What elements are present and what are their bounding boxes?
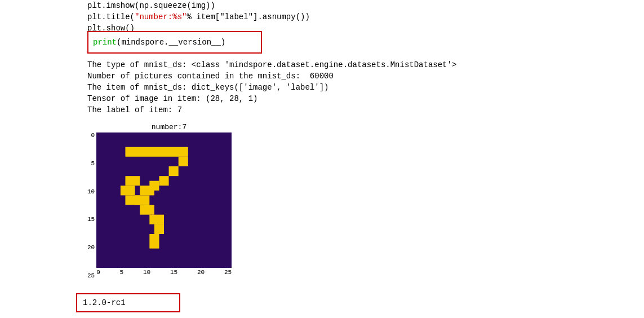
svg-rect-6 (140, 186, 154, 195)
y-tick-25: 25 (87, 273, 95, 279)
x-tick-25: 25 (224, 269, 232, 276)
y-tick-10: 10 (87, 189, 95, 195)
svg-rect-1 (126, 147, 188, 157)
x-tick-10: 10 (143, 269, 150, 276)
print-keyword: print (93, 38, 117, 47)
print-args: (mindspore.__version__) (117, 38, 225, 47)
output-line-1: The type of mnist_ds: <class 'mindspore.… (87, 59, 456, 70)
code-line-1-text: plt.imshow(np.squeeze(img)) (87, 1, 215, 10)
svg-rect-2 (179, 157, 188, 166)
version-text: 1.2.0-rc1 (83, 298, 126, 307)
code-line-1: plt.imshow(np.squeeze(img)) (87, 0, 310, 11)
svg-rect-3 (169, 166, 179, 176)
output-area: The type of mnist_ds: <class 'mindspore.… (87, 59, 456, 116)
y-tick-15: 15 (87, 217, 95, 223)
svg-rect-9 (149, 215, 164, 224)
y-tick-0: 0 (91, 132, 95, 139)
code-line-2-string: "number:%s" (135, 12, 186, 21)
chart-right: 0 5 10 15 20 25 (96, 132, 232, 276)
y-axis: 0 5 10 15 20 25 (87, 132, 96, 279)
x-tick-15: 15 (170, 269, 177, 276)
x-axis: 0 5 10 15 20 25 (96, 268, 232, 276)
code-line-2-suffix: % item["label"].asnumpy()) (186, 12, 309, 21)
x-tick-5: 5 (120, 269, 124, 276)
output-line-3: The item of mnist_ds: dict_keys(['image'… (87, 82, 456, 93)
code-cell-box: print(mindspore.__version__) (87, 31, 262, 54)
x-tick-0: 0 (96, 269, 100, 276)
main-container: plt.imshow(np.squeeze(img)) plt.title("n… (0, 0, 644, 318)
svg-rect-11 (149, 234, 159, 249)
output-line-5: The label of item: 7 (87, 104, 456, 116)
chart-title: number:7 (87, 123, 251, 131)
code-line-2: plt.title("number:%s"% item["label"].asn… (87, 11, 310, 23)
y-tick-5: 5 (91, 161, 95, 167)
svg-rect-12 (126, 195, 140, 205)
output-line-2: Number of pictures contained in the mnis… (87, 70, 456, 82)
svg-rect-10 (154, 224, 164, 234)
code-line-2-prefix: plt.title( (87, 12, 135, 21)
svg-rect-8 (140, 205, 154, 215)
svg-rect-13 (121, 186, 135, 195)
code-top-area: plt.imshow(np.squeeze(img)) plt.title("n… (87, 0, 310, 34)
digit-svg (96, 132, 232, 268)
svg-rect-4 (159, 176, 169, 186)
version-box: 1.2.0-rc1 (76, 293, 180, 312)
output-line-4: Tensor of image in item: (28, 28, 1) (87, 93, 456, 104)
x-tick-20: 20 (197, 269, 205, 276)
chart-area: number:7 0 5 10 15 20 25 (87, 123, 251, 279)
y-tick-20: 20 (87, 245, 95, 251)
svg-rect-14 (126, 176, 140, 186)
mnist-image (96, 132, 232, 268)
chart-inner: 0 5 10 15 20 25 (87, 132, 251, 279)
